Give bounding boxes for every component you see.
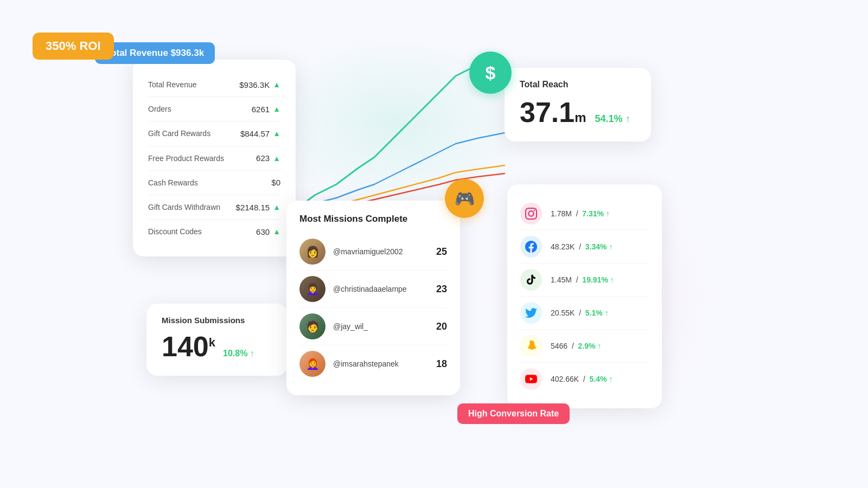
facebook-stats: 48.23K / 3.34% ↑ [551, 242, 649, 251]
mission-row-1: 👩 @mavriamiguel2002 25 [299, 233, 447, 271]
stats-row-orders: Orders 6261 ▲ [148, 97, 280, 121]
stats-row-discount: Discount Codes 630 ▲ [148, 220, 280, 243]
snapchat-stats: 5466 / 2.9% ↑ [551, 342, 649, 350]
stats-label-freeproduct: Free Product Rewards [148, 153, 224, 163]
twitter-stats: 20.55K / 5.1% ↑ [551, 309, 649, 317]
mission-user-3: @jay_wil_ [333, 322, 429, 331]
stats-value-withdrawn: $2148.15 ▲ [236, 203, 280, 212]
social-row-instagram: 1.78M / 7.31% ↑ [520, 197, 649, 230]
arrow-discount: ▲ [273, 227, 280, 236]
stats-row-cash: Cash Rewards $0 [148, 171, 280, 195]
mission-row-3: 🧑 @jay_wil_ 20 [299, 308, 447, 345]
most-missions-title: Most Missions Complete [299, 214, 447, 224]
social-row-facebook: 48.23K / 3.34% ↑ [520, 230, 649, 264]
arrow-freeproduct: ▲ [273, 154, 280, 163]
mission-count-1: 25 [436, 246, 447, 258]
social-card: 1.78M / 7.31% ↑ 48.23K / 3.34% ↑ 1.45M /… [507, 184, 662, 408]
instagram-icon [520, 203, 542, 224]
youtube-icon [520, 368, 542, 390]
arrow-withdrawn: ▲ [273, 203, 280, 211]
facebook-icon [520, 236, 542, 258]
high-conversion-badge: High Conversion Rate [457, 403, 570, 424]
mission-submissions-title: Mission Submissions [162, 316, 272, 325]
stats-label-orders: Orders [148, 104, 171, 114]
stats-row-withdrawn: Gift Cards Withdrawn $2148.15 ▲ [148, 195, 280, 220]
mission-user-1: @mavriamiguel2002 [333, 247, 429, 256]
arrow-revenue: ▲ [273, 80, 280, 89]
avatar-3: 🧑 [299, 313, 326, 339]
stats-value-cash: $0 [271, 178, 280, 187]
mission-user-2: @christinadaaelampe [333, 285, 429, 293]
mission-count-3: 20 [436, 321, 447, 332]
instagram-stats: 1.78M / 7.31% ↑ [551, 209, 649, 218]
mission-submissions-percent: 10.8% ↑ [223, 349, 254, 358]
mission-count-4: 18 [436, 358, 447, 370]
mission-count-2: 23 [436, 284, 447, 295]
total-reach-title: Total Reach [520, 80, 636, 89]
stats-row-freeproduct: Free Product Rewards 623 ▲ [148, 146, 280, 171]
mission-row-4: 👩‍🦰 @imsarahstepanek 18 [299, 345, 447, 382]
social-row-twitter: 20.55K / 5.1% ↑ [520, 297, 649, 330]
game-controller-icon: 🎮 [455, 189, 475, 208]
dollar-icon-circle: $ [469, 52, 512, 94]
social-row-snapchat: 5466 / 2.9% ↑ [520, 330, 649, 363]
stats-card: Total Revenue $936.3K ▲ Orders 6261 ▲ Gi… [133, 60, 296, 256]
twitter-icon [520, 302, 542, 324]
total-reach-value: 37.1m [520, 98, 586, 126]
arrow-orders: ▲ [273, 105, 280, 113]
stats-label-revenue: Total Revenue [148, 80, 197, 89]
stats-label-withdrawn: Gift Cards Withdrawn [148, 202, 220, 212]
stats-value-orders: 6261 ▲ [252, 105, 280, 114]
tiktok-stats: 1.45M / 19.91% ↑ [551, 275, 649, 284]
mission-submissions-card: Mission Submissions 140k 10.8% ↑ [146, 304, 288, 376]
stats-label-cash: Cash Rewards [148, 178, 198, 188]
snapchat-icon [520, 335, 542, 357]
total-reach-card: Total Reach 37.1m 54.1% ↑ [505, 68, 651, 142]
total-reach-percent: 54.1% ↑ [595, 113, 630, 125]
stats-value-freeproduct: 623 ▲ [256, 153, 280, 163]
avatar-1: 👩 [299, 239, 326, 265]
game-controller-circle: 🎮 [445, 179, 484, 218]
stats-value-discount: 630 ▲ [256, 227, 280, 236]
mission-row-2: 👩‍🦱 @christinadaaelampe 23 [299, 271, 447, 308]
stats-row-revenue: Total Revenue $936.3K ▲ [148, 73, 280, 97]
roi-badge: 350% ROI [33, 33, 114, 60]
stats-label-discount: Discount Codes [148, 227, 202, 236]
stats-label-giftcard: Gift Card Rewards [148, 129, 210, 138]
most-missions-card: Most Missions Complete 👩 @mavriamiguel20… [286, 201, 460, 395]
stats-value-revenue: $936.3K ▲ [239, 80, 280, 89]
avatar-4: 👩‍🦰 [299, 351, 326, 377]
mission-user-4: @imsarahstepanek [333, 359, 429, 368]
avatar-2: 👩‍🦱 [299, 276, 326, 302]
stats-value-giftcard: $844.57 ▲ [240, 129, 280, 138]
social-row-youtube: 402.66K / 5.4% ↑ [520, 363, 649, 395]
youtube-stats: 402.66K / 5.4% ↑ [551, 375, 649, 383]
stats-row-giftcard: Gift Card Rewards $844.57 ▲ [148, 121, 280, 146]
social-row-tiktok: 1.45M / 19.91% ↑ [520, 264, 649, 297]
tiktok-icon [520, 269, 542, 291]
mission-submissions-value: 140k [162, 332, 215, 361]
dollar-icon: $ [486, 62, 496, 84]
arrow-giftcard: ▲ [273, 129, 280, 138]
